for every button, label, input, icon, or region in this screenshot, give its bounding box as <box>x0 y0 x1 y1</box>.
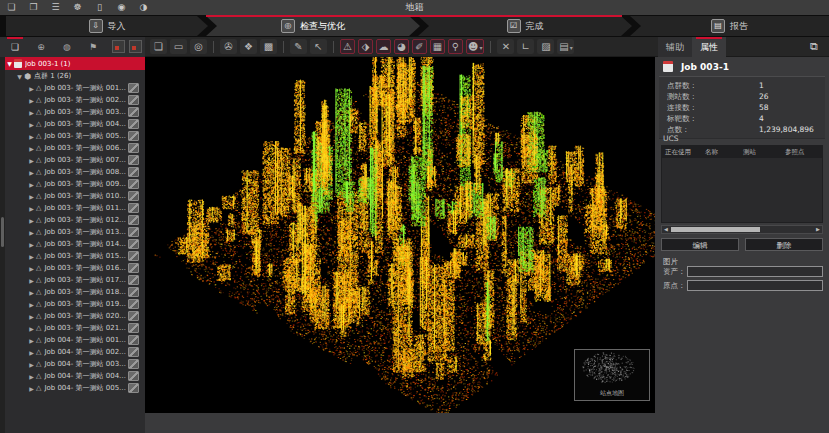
expander-icon[interactable]: ▶ <box>27 97 36 104</box>
photo-icon[interactable] <box>128 275 139 285</box>
photo-icon[interactable] <box>128 299 139 309</box>
photo-icon[interactable] <box>128 119 139 129</box>
expander-icon[interactable]: ▶ <box>27 301 36 308</box>
workspace-windows-icon[interactable]: ⧉ <box>806 39 822 55</box>
photo-icon[interactable] <box>128 143 139 153</box>
workflow-step-complete[interactable]: ☑ 完成 <box>418 16 632 36</box>
tree-station-row[interactable]: ▶ △ Job 003- 第一测站 021 (9) <box>5 322 145 334</box>
tree-station-row[interactable]: ▶ △ Job 003- 第一测站 019 (2) <box>5 298 145 310</box>
photo-icon[interactable] <box>128 131 139 141</box>
tree-station-row[interactable]: ▶ △ Job 003- 第一测站 016 (4) <box>5 262 145 274</box>
photo-icon[interactable] <box>128 167 139 177</box>
workflow-step-inspect[interactable]: ◎ 检查与优化 <box>206 16 420 36</box>
expander-icon[interactable]: ▶ <box>27 193 36 200</box>
filter-images-toggle[interactable] <box>129 40 142 53</box>
photo-icon[interactable] <box>128 155 139 165</box>
photo-icon[interactable] <box>128 347 139 357</box>
expander-icon[interactable]: ▶ <box>27 277 36 284</box>
photo-icon[interactable] <box>128 191 139 201</box>
ucs-scrollbar[interactable]: ◀ ▶ <box>661 225 823 234</box>
photo-icon[interactable] <box>128 335 139 345</box>
expander-icon[interactable]: ▶ <box>27 337 36 344</box>
tree-station-row[interactable]: ▶ △ Job 003- 第一测站 009 (3) <box>5 178 145 190</box>
minimap-canvas[interactable] <box>576 352 648 386</box>
tree-station-row[interactable]: ▶ △ Job 003- 第一测站 013 (4) <box>5 226 145 238</box>
tree-station-row[interactable]: ▶ △ Job 003- 第一测站 003 (4) <box>5 106 145 118</box>
expander-icon[interactable]: ▶ <box>27 313 36 320</box>
scroll-right-icon[interactable]: ▶ <box>814 226 822 233</box>
tree-station-row[interactable]: ▶ △ Job 003- 第一测站 014 (4) <box>5 238 145 250</box>
photo-icon[interactable] <box>128 179 139 189</box>
rect-select-icon[interactable]: ▭ <box>170 39 187 54</box>
expander-icon[interactable]: ▶ <box>27 385 36 392</box>
tree-station-row[interactable]: ▶ △ Job 003- 第一测站 002 (5) <box>5 94 145 106</box>
tab-links[interactable]: ⊕ <box>28 37 54 57</box>
location-pin-icon[interactable]: ⚲ <box>448 39 463 54</box>
photo-icon[interactable] <box>128 95 139 105</box>
tree-station-row[interactable]: ▶ △ Job 003- 第一测站 018 (4) <box>5 286 145 298</box>
tab-project-tree[interactable]: ❏ <box>2 37 28 57</box>
filter-stations-toggle[interactable] <box>112 40 125 53</box>
ucs-column-header[interactable]: 正在使用 <box>662 148 702 157</box>
expander-icon[interactable]: ▶ <box>27 109 36 116</box>
tree-station-row[interactable]: ▶ △ Job 003- 第一测站 020 (5) <box>5 310 145 322</box>
tree-station-row[interactable]: ▶ △ Job 003- 第一测站 004 (5) <box>5 118 145 130</box>
expander-icon[interactable]: ▶ <box>27 229 36 236</box>
expander-icon[interactable]: ▶ <box>27 181 36 188</box>
delete-button[interactable]: 删除 <box>745 238 823 251</box>
tree-station-row[interactable]: ▶ △ Job 004- 第一测站 003 (4) <box>5 358 145 370</box>
expander-icon[interactable]: ▶ <box>27 205 36 212</box>
workflow-step-import[interactable]: ⇩ 导入 <box>6 16 208 36</box>
expander-icon[interactable]: ▶ <box>27 85 36 92</box>
tree-station-row[interactable]: ▶ △ Job 003- 第一测站 015 (4) <box>5 250 145 262</box>
photo-icon[interactable] <box>128 359 139 369</box>
ucs-scroll-thumb[interactable] <box>671 227 760 232</box>
warning-annotation-icon[interactable]: ⚠ <box>340 39 355 54</box>
expander-icon[interactable]: ▶ <box>27 265 36 272</box>
expander-icon[interactable]: ▶ <box>27 241 36 248</box>
expander-icon[interactable]: ▶ <box>27 169 36 176</box>
tree-station-row[interactable]: ▶ △ Job 004- 第一测站 002 (6) <box>5 346 145 358</box>
tree-scrollbar-thumb[interactable] <box>1 217 4 247</box>
ucs-scroll-track[interactable] <box>670 227 814 232</box>
image-annotation-icon[interactable]: ▦ <box>430 39 445 54</box>
expander-icon[interactable]: ▶ <box>27 121 36 128</box>
zoom-window-icon[interactable]: ◎ <box>190 39 207 54</box>
photo-icon[interactable] <box>128 239 139 249</box>
scroll-left-icon[interactable]: ◀ <box>662 226 670 233</box>
expander-icon[interactable]: ▶ <box>27 253 36 260</box>
display-mode-icon[interactable]: ▤▾ <box>557 39 574 54</box>
tab-flags[interactable]: ⚑ <box>80 37 106 57</box>
pointcloud-viewport[interactable]: 站点地图 <box>145 57 655 413</box>
expander-icon[interactable]: ▶ <box>27 133 36 140</box>
draw-annotation-icon[interactable]: ✐ <box>412 39 427 54</box>
expander-icon[interactable]: ▶ <box>27 145 36 152</box>
expander-icon[interactable]: ▶ <box>27 157 36 164</box>
ucs-table[interactable]: 正在使用名称测站参照点 <box>661 145 823 223</box>
photo-icon[interactable] <box>128 383 139 393</box>
tree-root-job[interactable]: ▼ Job 003-1 (1) <box>5 57 145 70</box>
tree-station-row[interactable]: ▶ △ Job 003- 第一测站 012 (5) <box>5 214 145 226</box>
camera-icon[interactable]: ✇ <box>220 39 237 54</box>
photo-icon[interactable] <box>128 83 139 93</box>
photo-icon[interactable] <box>128 371 139 381</box>
cloud-annotation-icon[interactable]: ☁ <box>376 39 391 54</box>
expander-icon[interactable]: ▶ <box>27 289 36 296</box>
tab-properties[interactable]: 属性 <box>692 37 726 57</box>
expander-icon[interactable]: ▼ <box>15 73 24 80</box>
select-copy-icon[interactable]: ❏ <box>150 39 167 54</box>
person-view-icon[interactable]: ☻▾ <box>466 39 484 54</box>
cross-section-icon[interactable]: ✕ <box>497 39 514 54</box>
photo-icon[interactable] <box>128 287 139 297</box>
tree-station-row[interactable]: ▶ △ Job 003- 第一测站 001 (6) <box>5 82 145 94</box>
tab-globe[interactable]: ◍ <box>54 37 80 57</box>
photo-icon[interactable] <box>128 107 139 117</box>
tree-station-row[interactable]: ▶ △ Job 003- 第一测站 005 (7) <box>5 130 145 142</box>
photo-icon[interactable] <box>128 215 139 225</box>
asset-input[interactable] <box>687 266 823 277</box>
tag-annotation-icon[interactable]: ⬗ <box>358 39 373 54</box>
measure-pen-icon[interactable]: ✎ <box>290 39 307 54</box>
photo-icon[interactable] <box>128 311 139 321</box>
tree-station-row[interactable]: ▶ △ Job 003- 第一测站 006 (4) <box>5 142 145 154</box>
tree-station-row[interactable]: ▶ △ Job 004- 第一测站 001 (3) <box>5 334 145 346</box>
